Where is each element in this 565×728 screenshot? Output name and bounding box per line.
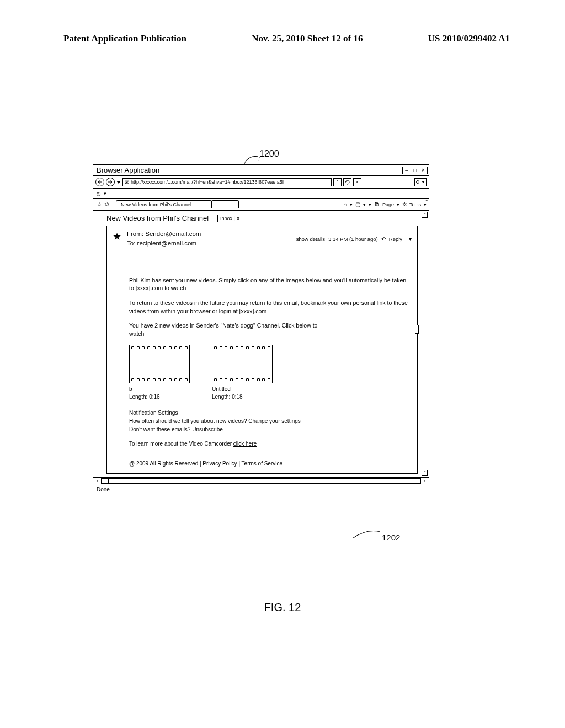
status-text: Done	[97, 486, 110, 493]
gear-icon: ✲	[402, 201, 407, 207]
email-time: 3:34 PM (1 hour ago)	[328, 236, 378, 242]
tab-bar: ☆ ✩ New Videos from Phil's Channel - ⌂▾ …	[93, 199, 429, 211]
from-value: Sender@email.com	[145, 231, 201, 237]
reply-button[interactable]: Reply	[389, 236, 402, 242]
video-length-label-2: Length:	[212, 394, 230, 400]
to-label: To:	[127, 240, 135, 247]
overflow-chevron-icon[interactable]: »	[425, 198, 428, 203]
print-icon[interactable]: ▢	[355, 201, 360, 207]
hscroll-thumb[interactable]	[101, 478, 109, 484]
refresh-button[interactable]	[343, 178, 351, 186]
horizontal-scrollbar[interactable]: ‹ ›	[93, 477, 429, 485]
star-icon[interactable]: ★	[113, 231, 121, 249]
reply-dropdown-icon[interactable]: │▾	[406, 236, 412, 242]
video-thumb-1[interactable]: b Length: 0:16	[129, 345, 190, 401]
learn-text: To learn more about the Video Camcorder	[129, 441, 233, 447]
window-minimize-button[interactable]: –	[402, 167, 411, 174]
window-maximize-button[interactable]: □	[411, 167, 419, 174]
thumbnail-image	[129, 345, 190, 383]
page-content: ˄ ˅ New Videos from Phil's Channel Inbox…	[93, 211, 429, 477]
video-length-label-1: Length:	[129, 394, 147, 400]
notification-settings-block: Notification Settings How often should w…	[129, 409, 409, 433]
notification-settings-heading: Notification Settings	[129, 409, 409, 417]
svg-line-1	[419, 183, 420, 185]
video-length-2: 0:18	[232, 394, 242, 400]
callout-1200: 1200	[259, 149, 279, 159]
window-titlebar: Browser Application – □ ×	[93, 165, 429, 176]
unsubscribe-link[interactable]: Unsubscribe	[192, 426, 223, 432]
envelope-icon: ✉	[125, 179, 129, 185]
window-buttons: – □ ×	[403, 167, 428, 174]
add-favorite-icon[interactable]: ✩	[104, 201, 109, 208]
svg-point-0	[417, 180, 419, 183]
show-details-link[interactable]: show details	[296, 236, 325, 242]
search-icon	[415, 180, 420, 185]
nav-history-dropdown[interactable]	[116, 181, 121, 184]
video-thumbnails: b Length: 0:16 Untitled Length: 0:18	[129, 345, 409, 401]
app-menu-icon[interactable]: ⎋	[97, 190, 100, 197]
status-bar: Done	[93, 485, 429, 494]
callout-1202-leader	[353, 528, 380, 538]
toolbar-secondary: ⎋ ▾	[93, 189, 429, 199]
url-text: http://xxxxx.com/...com/mail/?hl=en&shva…	[131, 179, 284, 185]
learn-more-line: To learn more about the Video Camcorder …	[129, 440, 409, 448]
tools-menu[interactable]: Tools	[409, 202, 421, 207]
browser-window: Browser Application – □ × ✉ http://xxxxx…	[93, 164, 429, 494]
browser-search-input[interactable]	[414, 178, 427, 186]
notif-line2-text: Don't want these emails?	[129, 426, 192, 432]
favorites-icon[interactable]: ☆	[97, 201, 102, 208]
window-close-button[interactable]: ×	[419, 167, 428, 174]
email-subject-row: New Videos from Phil's Channel Inbox | X	[106, 214, 422, 222]
email-para-3: You have 2 new videos in Sender's "Nate'…	[129, 322, 328, 338]
email-addresses: From: Sender@email.com To: recipient@ema…	[127, 229, 291, 249]
publication-right: US 2010/0299402 A1	[428, 33, 510, 44]
email-subject: New Videos from Phil's Channel	[106, 214, 209, 222]
hscroll-left-button[interactable]: ‹	[94, 478, 100, 484]
scroll-down-button[interactable]: ˅	[422, 470, 428, 476]
notif-line1-text: How often should we tell you about new v…	[129, 418, 248, 424]
arrow-left-icon	[98, 180, 102, 184]
change-settings-link[interactable]: Change your settings	[248, 418, 301, 424]
search-dropdown-icon	[422, 181, 425, 183]
publication-header: Patent Application Publication Nov. 25, …	[0, 0, 565, 50]
video-thumb-2[interactable]: Untitled Length: 0:18	[212, 345, 273, 401]
scroll-up-button[interactable]: ˄	[422, 212, 428, 218]
email-para-1: Phil Kim has sent you new videos. Simply…	[129, 276, 409, 292]
to-value: recipient@email.com	[137, 240, 197, 247]
email-body: Phil Kim has sent you new videos. Simply…	[129, 276, 409, 468]
publication-left: Patent Application Publication	[63, 33, 186, 44]
email-footer: @ 2009 All Rights Reserved | Privacy Pol…	[129, 460, 409, 468]
publication-mid: Nov. 25, 2010 Sheet 12 of 16	[252, 33, 363, 44]
video-title-2: Untitled	[212, 386, 273, 393]
browser-tab[interactable]: New Videos from Phil's Channel -	[116, 200, 212, 208]
stop-button[interactable]: ×	[353, 178, 361, 186]
url-dropdown-button[interactable]: ˅	[333, 178, 342, 186]
callout-1202: 1202	[382, 533, 400, 542]
page-icon: 🗎	[374, 201, 380, 207]
hscroll-right-button[interactable]: ›	[422, 478, 428, 484]
video-title-1: b	[129, 386, 190, 393]
home-icon[interactable]: ⌂	[344, 201, 347, 207]
window-title: Browser Application	[97, 166, 159, 174]
thumbnail-image	[212, 345, 273, 383]
email-header: ★ From: Sender@email.com To: recipient@e…	[113, 229, 412, 249]
email-message-box: ★ From: Sender@email.com To: recipient@e…	[106, 226, 418, 474]
page-menu[interactable]: Page	[382, 202, 394, 207]
reply-icon: ↶	[381, 236, 386, 242]
address-bar: ✉ http://xxxxx.com/...com/mail/?hl=en&sh…	[93, 176, 429, 189]
url-input[interactable]: ✉ http://xxxxx.com/...com/mail/?hl=en&sh…	[122, 178, 332, 186]
hscroll-track[interactable]	[101, 478, 421, 484]
video-length-1: 0:16	[149, 394, 159, 400]
refresh-icon	[345, 180, 350, 185]
nav-back-button[interactable]	[95, 178, 104, 186]
new-tab-button[interactable]	[211, 200, 239, 208]
inbox-badge[interactable]: Inbox | X	[217, 215, 242, 222]
toolbar-right: ⌂▾ ▢▾ ▾ 🗎 Page▾ ✲ Tools▾	[344, 201, 427, 207]
arrow-right-icon	[108, 180, 113, 184]
from-label: From:	[127, 231, 143, 237]
email-para-2: To return to these videos in the future …	[129, 299, 409, 315]
figure-label: FIG. 12	[0, 601, 565, 614]
click-here-link[interactable]: click here	[233, 441, 257, 447]
email-header-actions: show details 3:34 PM (1 hour ago) ↶ Repl…	[296, 229, 412, 249]
nav-forward-button[interactable]	[106, 178, 115, 186]
